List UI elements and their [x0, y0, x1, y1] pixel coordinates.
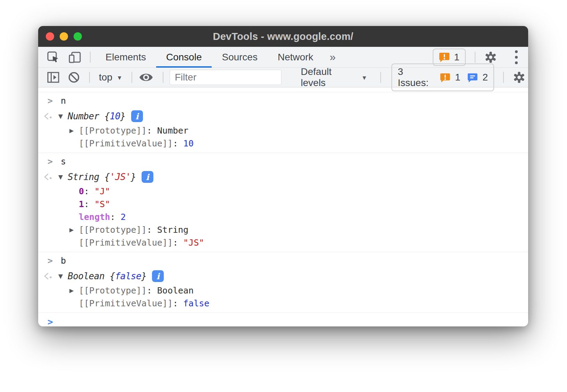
console-property-row: 0: "J" [38, 185, 528, 198]
command-text: b [61, 256, 66, 266]
tab-elements[interactable]: Elements [95, 47, 156, 68]
console-token: [[PrimitiveValue]] [79, 138, 173, 148]
property-text: [[PrimitiveValue]]: false [79, 298, 209, 308]
console-token: false [183, 298, 209, 308]
expand-triangle-icon[interactable]: ▶ [69, 127, 79, 134]
issue-warning-bubble-icon [440, 72, 450, 83]
console-token: Number [157, 126, 188, 136]
expand-triangle-icon[interactable]: ▼ [58, 113, 68, 120]
result-arrow-icon [43, 112, 53, 120]
info-icon[interactable]: i [152, 270, 164, 282]
context-selector-value: top [99, 72, 112, 83]
console-prompt[interactable]: > [38, 313, 528, 326]
separator [132, 72, 132, 83]
console-property-row: ▶[[Prototype]]: Number [38, 124, 528, 137]
console-token: [[PrimitiveValue]] [79, 298, 173, 308]
console-token: [[Prototype]] [79, 286, 147, 296]
console-property-row: [[PrimitiveValue]]: "JS" [38, 236, 528, 249]
titlebar: DevTools - www.google.com/ [38, 26, 528, 47]
console-property-row: ▶[[Prototype]]: String [38, 223, 528, 236]
separator [90, 52, 91, 63]
info-icon[interactable]: i [131, 110, 143, 122]
clear-console-button[interactable] [68, 71, 80, 84]
console-property-row: 1: "S" [38, 198, 528, 211]
console-command-row: >s [38, 154, 528, 169]
console-command-row: >n [38, 93, 528, 108]
property-text: [[PrimitiveValue]]: "JS" [79, 238, 204, 248]
console-token: : [110, 212, 120, 222]
prompt-chevron-icon: > [48, 317, 53, 327]
console-messages-area: >n▼Number {10}i▶[[Prototype]]: Number[[P… [38, 87, 528, 326]
inspect-element-button[interactable] [47, 51, 59, 63]
property-text: length: 2 [79, 212, 126, 222]
issues-summary-button[interactable]: 3 Issues: 1 2 [391, 63, 494, 91]
device-toolbar-button[interactable] [68, 51, 82, 63]
tab-network[interactable]: Network [268, 47, 323, 68]
filter-input[interactable] [170, 70, 281, 85]
property-text: [[Prototype]]: String [79, 225, 188, 235]
property-text: [[PrimitiveValue]]: 10 [79, 138, 194, 148]
console-token: : [147, 126, 157, 136]
desktop-background: DevTools - www.google.com/ ElementsConso… [0, 0, 567, 392]
console-token: } [131, 172, 136, 182]
kebab-dot [515, 50, 518, 53]
console-token: Boolean [157, 286, 194, 296]
console-token: 'JS' [110, 172, 131, 182]
console-property-row: ▶[[Prototype]]: Boolean [38, 284, 528, 297]
tab-sources[interactable]: Sources [212, 47, 268, 68]
object-preview[interactable]: String {'JS'} [68, 172, 136, 182]
console-token: : [173, 238, 183, 248]
console-settings-button[interactable] [513, 71, 525, 84]
expand-triangle-icon[interactable]: ▶ [69, 287, 79, 294]
console-token: "S" [94, 199, 110, 209]
settings-button[interactable] [484, 51, 497, 63]
issues-count: 1 [454, 52, 459, 63]
log-levels-dropdown[interactable]: Default levels ▼ [298, 66, 370, 88]
more-tabs-button[interactable]: » [323, 51, 342, 63]
issues-summary-label: 3 Issues: [398, 66, 435, 88]
context-selector-dropdown[interactable]: top ▼ [96, 72, 125, 83]
object-preview[interactable]: Boolean {false} [68, 271, 146, 281]
console-sidebar-icon [47, 71, 60, 83]
result-arrow-icon [43, 272, 53, 280]
command-text: n [61, 96, 66, 106]
expand-triangle-icon[interactable]: ▼ [58, 273, 68, 280]
console-token: Boolean { [68, 271, 115, 281]
console-result-row: ▼Number {10}i [38, 108, 528, 124]
console-property-row: length: 2 [38, 211, 528, 223]
expand-triangle-icon[interactable]: ▶ [69, 227, 79, 233]
gear-icon [513, 71, 525, 84]
console-token: 10 [183, 138, 194, 148]
device-toolbar-icon [68, 51, 82, 63]
property-text: [[Prototype]]: Number [79, 126, 188, 136]
window-title: DevTools - www.google.com/ [38, 31, 528, 42]
console-token: 2 [120, 212, 126, 222]
property-text: 1: "S" [79, 199, 110, 209]
console-token: String { [68, 172, 110, 182]
chevron-down-icon: ▼ [361, 75, 367, 82]
panel-tabs: ElementsConsoleSourcesNetwork [95, 47, 323, 68]
console-token: "J" [94, 186, 110, 196]
clear-ban-icon [68, 71, 80, 84]
issues-counter-button[interactable]: 1 [433, 49, 466, 66]
message-bubble-icon [467, 72, 478, 83]
separator [163, 72, 163, 83]
object-preview[interactable]: Number {10} [68, 111, 126, 121]
info-icon[interactable]: i [142, 171, 153, 183]
console-property-row: [[PrimitiveValue]]: 10 [38, 137, 528, 150]
separator [380, 72, 381, 83]
gear-icon [484, 51, 497, 63]
console-result-row: ▼Boolean {false}i [38, 268, 528, 284]
more-options-button[interactable] [515, 50, 518, 64]
console-token: 0 [79, 186, 84, 196]
console-token: Number { [68, 111, 110, 121]
expand-triangle-icon[interactable]: ▼ [58, 173, 68, 180]
separator [475, 52, 475, 63]
console-result-row: ▼String {'JS'}i [38, 169, 528, 185]
show-console-sidebar-button[interactable] [47, 71, 60, 83]
console-token: length [79, 212, 110, 222]
console-token: [[PrimitiveValue]] [79, 238, 173, 248]
tab-console[interactable]: Console [156, 47, 212, 68]
console-token: [[Prototype]] [79, 225, 147, 235]
live-expression-eye-button[interactable] [138, 72, 154, 83]
